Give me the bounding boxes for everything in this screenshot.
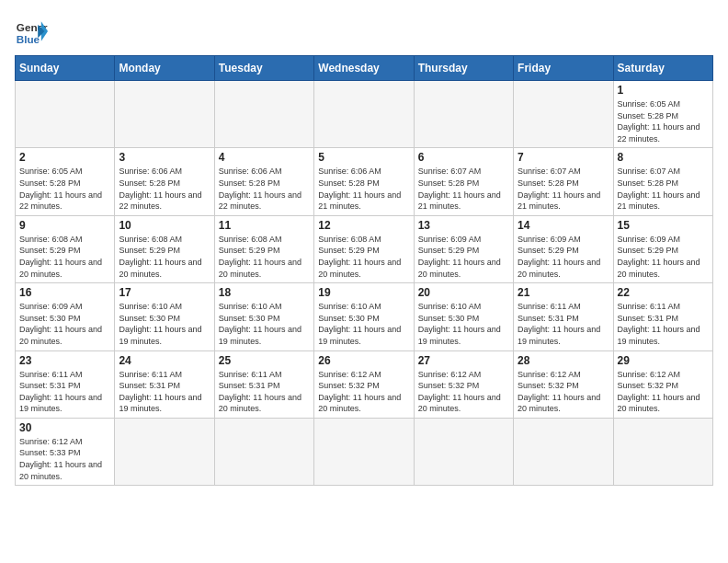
- col-header-friday: Friday: [514, 56, 613, 81]
- calendar-cell: [414, 81, 513, 148]
- calendar-cell: 15Sunrise: 6:09 AMSunset: 5:29 PMDayligh…: [613, 215, 712, 282]
- calendar-cell: 8Sunrise: 6:07 AMSunset: 5:28 PMDaylight…: [613, 148, 712, 215]
- col-header-saturday: Saturday: [613, 56, 712, 81]
- calendar-cell: 4Sunrise: 6:06 AMSunset: 5:28 PMDaylight…: [214, 148, 313, 215]
- day-info: Sunrise: 6:11 AMSunset: 5:31 PMDaylight:…: [518, 301, 609, 347]
- day-info: Sunrise: 6:11 AMSunset: 5:31 PMDaylight:…: [219, 369, 310, 415]
- calendar-cell: 19Sunrise: 6:10 AMSunset: 5:30 PMDayligh…: [314, 283, 414, 350]
- page-header: General Blue: [15, 15, 713, 48]
- calendar-cell: [414, 418, 513, 485]
- calendar-cell: 23Sunrise: 6:11 AMSunset: 5:31 PMDayligh…: [16, 350, 115, 418]
- calendar-cell: 25Sunrise: 6:11 AMSunset: 5:31 PMDayligh…: [214, 350, 313, 418]
- calendar-header-row: SundayMondayTuesdayWednesdayThursdayFrid…: [16, 56, 713, 81]
- calendar-cell: 24Sunrise: 6:11 AMSunset: 5:31 PMDayligh…: [115, 350, 214, 418]
- calendar-cell: 16Sunrise: 6:09 AMSunset: 5:30 PMDayligh…: [16, 283, 115, 350]
- calendar-cell: [115, 81, 214, 148]
- day-number: 23: [19, 354, 110, 367]
- day-number: 18: [219, 286, 310, 299]
- day-number: 25: [219, 354, 310, 367]
- calendar-cell: 1Sunrise: 6:05 AMSunset: 5:28 PMDaylight…: [613, 81, 712, 148]
- day-number: 15: [618, 219, 709, 232]
- calendar-cell: 6Sunrise: 6:07 AMSunset: 5:28 PMDaylight…: [414, 148, 513, 215]
- day-info: Sunrise: 6:12 AMSunset: 5:32 PMDaylight:…: [618, 369, 709, 415]
- day-info: Sunrise: 6:08 AMSunset: 5:29 PMDaylight:…: [219, 234, 310, 280]
- calendar-cell: 27Sunrise: 6:12 AMSunset: 5:32 PMDayligh…: [414, 350, 513, 418]
- day-number: 7: [518, 151, 609, 164]
- calendar-cell: 28Sunrise: 6:12 AMSunset: 5:32 PMDayligh…: [514, 350, 613, 418]
- day-number: 6: [418, 151, 509, 164]
- day-info: Sunrise: 6:09 AMSunset: 5:30 PMDaylight:…: [19, 301, 110, 347]
- day-number: 11: [219, 219, 310, 232]
- calendar-cell: 13Sunrise: 6:09 AMSunset: 5:29 PMDayligh…: [414, 215, 513, 282]
- day-number: 24: [119, 354, 210, 367]
- day-info: Sunrise: 6:06 AMSunset: 5:28 PMDaylight:…: [318, 166, 409, 212]
- day-info: Sunrise: 6:10 AMSunset: 5:30 PMDaylight:…: [119, 301, 210, 347]
- day-number: 1: [618, 84, 709, 97]
- day-info: Sunrise: 6:06 AMSunset: 5:28 PMDaylight:…: [219, 166, 310, 212]
- col-header-wednesday: Wednesday: [314, 56, 414, 81]
- col-header-tuesday: Tuesday: [214, 56, 313, 81]
- calendar-cell: [214, 81, 313, 148]
- day-number: 13: [418, 219, 509, 232]
- day-info: Sunrise: 6:05 AMSunset: 5:28 PMDaylight:…: [19, 166, 110, 212]
- calendar-cell: 29Sunrise: 6:12 AMSunset: 5:32 PMDayligh…: [613, 350, 712, 418]
- day-info: Sunrise: 6:12 AMSunset: 5:32 PMDaylight:…: [318, 369, 409, 415]
- calendar-cell: 7Sunrise: 6:07 AMSunset: 5:28 PMDaylight…: [514, 148, 613, 215]
- day-number: 30: [19, 421, 110, 434]
- day-number: 3: [119, 151, 210, 164]
- calendar-cell: 14Sunrise: 6:09 AMSunset: 5:29 PMDayligh…: [514, 215, 613, 282]
- day-number: 10: [119, 219, 210, 232]
- col-header-sunday: Sunday: [16, 56, 115, 81]
- day-info: Sunrise: 6:09 AMSunset: 5:29 PMDaylight:…: [418, 234, 509, 280]
- day-number: 12: [318, 219, 409, 232]
- calendar-cell: 2Sunrise: 6:05 AMSunset: 5:28 PMDaylight…: [16, 148, 115, 215]
- day-number: 14: [518, 219, 609, 232]
- calendar-week-2: 2Sunrise: 6:05 AMSunset: 5:28 PMDaylight…: [16, 148, 713, 215]
- day-info: Sunrise: 6:12 AMSunset: 5:33 PMDaylight:…: [19, 436, 110, 482]
- day-info: Sunrise: 6:11 AMSunset: 5:31 PMDaylight:…: [618, 301, 709, 347]
- day-info: Sunrise: 6:08 AMSunset: 5:29 PMDaylight:…: [318, 234, 409, 280]
- calendar-cell: [16, 81, 115, 148]
- calendar-cell: [514, 81, 613, 148]
- day-info: Sunrise: 6:08 AMSunset: 5:29 PMDaylight:…: [119, 234, 210, 280]
- calendar-cell: 12Sunrise: 6:08 AMSunset: 5:29 PMDayligh…: [314, 215, 414, 282]
- day-number: 17: [119, 286, 210, 299]
- day-info: Sunrise: 6:06 AMSunset: 5:28 PMDaylight:…: [119, 166, 210, 212]
- calendar-week-5: 23Sunrise: 6:11 AMSunset: 5:31 PMDayligh…: [16, 350, 713, 418]
- day-number: 16: [19, 286, 110, 299]
- calendar-cell: [613, 418, 712, 485]
- day-number: 27: [418, 354, 509, 367]
- day-info: Sunrise: 6:07 AMSunset: 5:28 PMDaylight:…: [418, 166, 509, 212]
- calendar-cell: [514, 418, 613, 485]
- day-number: 26: [318, 354, 409, 367]
- logo: General Blue: [15, 15, 48, 48]
- day-info: Sunrise: 6:09 AMSunset: 5:29 PMDaylight:…: [518, 234, 609, 280]
- calendar-week-1: 1Sunrise: 6:05 AMSunset: 5:28 PMDaylight…: [16, 81, 713, 148]
- calendar-cell: [314, 418, 414, 485]
- calendar-cell: 3Sunrise: 6:06 AMSunset: 5:28 PMDaylight…: [115, 148, 214, 215]
- calendar-cell: [115, 418, 214, 485]
- day-info: Sunrise: 6:11 AMSunset: 5:31 PMDaylight:…: [19, 369, 110, 415]
- day-info: Sunrise: 6:09 AMSunset: 5:29 PMDaylight:…: [618, 234, 709, 280]
- day-number: 4: [219, 151, 310, 164]
- day-number: 8: [618, 151, 709, 164]
- day-number: 20: [418, 286, 509, 299]
- calendar-week-3: 9Sunrise: 6:08 AMSunset: 5:29 PMDaylight…: [16, 215, 713, 282]
- day-info: Sunrise: 6:12 AMSunset: 5:32 PMDaylight:…: [518, 369, 609, 415]
- day-number: 5: [318, 151, 409, 164]
- day-number: 21: [518, 286, 609, 299]
- day-number: 19: [318, 286, 409, 299]
- calendar-cell: [314, 81, 414, 148]
- day-info: Sunrise: 6:07 AMSunset: 5:28 PMDaylight:…: [618, 166, 709, 212]
- col-header-monday: Monday: [115, 56, 214, 81]
- calendar-cell: 22Sunrise: 6:11 AMSunset: 5:31 PMDayligh…: [613, 283, 712, 350]
- calendar-cell: 18Sunrise: 6:10 AMSunset: 5:30 PMDayligh…: [214, 283, 313, 350]
- calendar-cell: 17Sunrise: 6:10 AMSunset: 5:30 PMDayligh…: [115, 283, 214, 350]
- day-number: 29: [618, 354, 709, 367]
- calendar-cell: 26Sunrise: 6:12 AMSunset: 5:32 PMDayligh…: [314, 350, 414, 418]
- svg-text:Blue: Blue: [17, 33, 40, 45]
- day-number: 9: [19, 219, 110, 232]
- calendar-week-6: 30Sunrise: 6:12 AMSunset: 5:33 PMDayligh…: [16, 418, 713, 485]
- day-info: Sunrise: 6:12 AMSunset: 5:32 PMDaylight:…: [418, 369, 509, 415]
- day-info: Sunrise: 6:10 AMSunset: 5:30 PMDaylight:…: [318, 301, 409, 347]
